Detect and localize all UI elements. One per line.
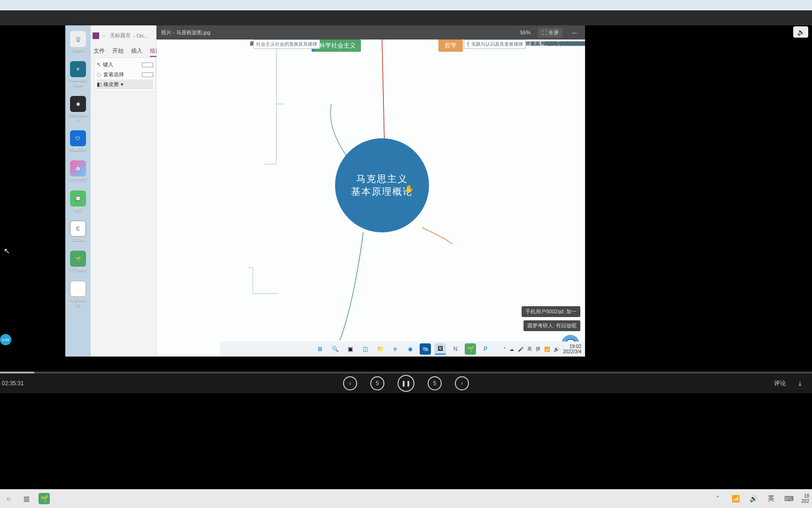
next-button[interactable]: › [455,376,469,390]
search-button[interactable]: 🔍 [329,343,341,355]
speaker-icon[interactable]: 🔈 [793,26,808,38]
photos-titlebar: 照片 - 马原框架图.jpg 55% ⛶ 全屏 — [156,25,585,40]
prev-button[interactable]: ‹ [343,376,357,390]
taskbar-center-apps: ⊞ 🔍 ▣ ◫ 📁 e ◉ 🛍 🖼 N 🌱 P [314,343,491,355]
store-button[interactable]: 🛍 [420,343,431,355]
hj-button[interactable]: 🌱 [465,343,476,355]
center-line1: 马克思主义 [356,173,408,185]
task-view-button[interactable]: ▣ [344,343,356,355]
tray-ime-lang[interactable]: 英 [527,346,532,352]
app1-button[interactable]: ◉ [405,343,416,355]
photos-title: 照片 - 马原框架图.jpg [161,29,211,36]
play-pause-button[interactable]: ❚❚ [398,375,414,392]
video-letterbox-top [0,10,812,25]
elapsed-time: 02:35:31 [2,380,24,387]
tray-onedrive-icon[interactable]: ☁ [509,347,514,352]
mouse-cursor-icon: ↖ [4,246,10,255]
tray-volume-icon[interactable]: 🔊 [554,347,559,352]
chat-bubble-2: 圆梦考研人: 有回放呢 [523,320,580,331]
tray-clock[interactable]: 19:02 2022/3/4 [563,344,581,354]
desktop-icon-software[interactable]: ✿软件管理 [68,160,88,182]
video-player-controls: 02:35:31 ‹ 5 ❚❚ 5 › 评论 ⤓ [0,373,812,393]
onenote-back-icon[interactable]: ← [102,33,107,39]
onenote-ribbon: 文件 开始 插入 绘图 [94,46,161,57]
node-scientific-socialism: 科学社会主义 [314,40,361,52]
hroot: 历史观基本问题 [524,40,562,48]
onenote-title-suffix: - On... [133,33,148,39]
outer-start-button[interactable]: ○ [3,493,14,504]
desktop-icon-obs[interactable]: ◉OBS Studio [68,96,88,122]
system-tray: ˄ ☁ 🎤 英 拼 📶 🔊 19:02 2022/3/4 [503,344,581,354]
center-line2: 基本原理概论 [351,185,413,198]
ribbon-tab-home[interactable]: 开始 [112,46,124,57]
edge-button[interactable]: e [390,343,401,355]
minimize-button[interactable]: — [568,30,580,35]
outer-ime-keyboard-icon[interactable]: ⌨ [783,493,795,504]
node-philosophy: 哲学 [438,40,463,52]
outer-tray-volume-icon[interactable]: 🔊 [748,493,759,504]
outer-taskview-button[interactable]: ▥ [21,493,32,504]
onenote-titlebar: ← 无标题页 - On... [93,32,148,39]
mindmap-center: 马克思主义 基本原理概论 [335,138,429,232]
outer-titlebar-strip [0,0,812,10]
fullscreen-button[interactable]: ⛶ 全屏 [538,28,562,38]
tray-network-icon[interactable]: 📶 [544,347,550,352]
tool-eraser[interactable]: ◧橡皮擦▾ [97,79,153,89]
node-soc-dev: 社会主义社会的发展及其规律 [253,40,320,49]
ribbon-tab-insert[interactable]: 插入 [131,46,142,57]
outer-ime-lang[interactable]: 英 [765,493,777,504]
comment-button[interactable]: 评论 [774,379,786,388]
hand-cursor-icon: ✋ [405,184,414,193]
desktop-icon-hjclass[interactable]: 🌱沪江网校 [68,251,88,272]
outer-taskbar[interactable]: ○ ▥ 🌱 ˄ 📶 🔊 英 ⌨ 18 202 [0,489,812,508]
desktop-icon-recycle-bin[interactable]: 🗑️回收站 [68,31,88,53]
forward-5-button[interactable]: 5 [428,376,442,390]
recording-timer-bubble[interactable]: 2:04 [0,334,11,345]
explorer-button[interactable]: 📁 [375,343,386,355]
outer-clock[interactable]: 18 202 [801,493,809,504]
desktop-icon-wechat[interactable]: 💬微信 [68,190,88,212]
tray-chevron-icon[interactable]: ˄ [503,347,506,352]
outer-app-hj[interactable]: 🌱 [39,493,50,504]
desktop-icon-image[interactable]: 🖼马原框架图 [68,281,88,307]
desktop-icons-column: 🗑️回收站 eMicrosoft Edge ◉OBS Studio 🛡电脑管家 … [65,25,91,357]
chat-bubble-1: 手机用户5002qd: 加一 [522,306,580,317]
download-icon[interactable]: ⤓ [797,380,803,387]
desktop-icon-edge[interactable]: eMicrosoft Edge [68,61,88,87]
photos-canvas[interactable]: 马克思主义 基本原理概论 资本主义的本质和规律 政治经济学 哲学 科学社会主义 … [156,40,585,357]
remote-desktop-view: 🗑️回收站 eMicrosoft Edge ◉OBS Studio 🛡电脑管家 … [65,25,585,357]
zoom-level: 55% [520,30,531,35]
tray-ime-mode[interactable]: 拼 [536,346,540,352]
tray-mic-icon[interactable]: 🎤 [518,347,523,352]
onenote-icon [93,32,99,39]
know-root: 实践与认识及其发展规律 [468,40,526,49]
ribbon-tab-file[interactable]: 文件 [94,46,105,57]
app-p-button[interactable]: P [480,343,491,355]
desktop-icon-pcmanager[interactable]: 🛡电脑管家 [68,130,88,152]
photos-button[interactable]: 🖼 [435,343,446,355]
onenote-page-title: 无标题页 [110,32,131,39]
start-button[interactable]: ⊞ [314,343,326,355]
tool-keyin[interactable]: ↖键入 [97,60,153,70]
desktop-icon-cctalk[interactable]: CCCtalk [68,221,88,242]
widgets-button[interactable]: ◫ [359,343,371,355]
onenote-button[interactable]: N [450,343,461,355]
h4: 经济基础与上层建筑 [561,40,585,48]
tool-lasso[interactable]: ◌套索选择 [97,70,153,79]
draw-tool-panel: ↖键入 ◌套索选择 ◧橡皮擦▾ [94,57,156,92]
outer-tray-network-icon[interactable]: 📶 [730,493,741,504]
outer-tray-chevron-icon[interactable]: ˄ [712,493,723,504]
rewind-5-button[interactable]: 5 [370,376,384,390]
inner-taskbar[interactable]: ⊞ 🔍 ▣ ◫ 📁 e ◉ 🛍 🖼 N 🌱 P ˄ ☁ 🎤 英 拼 📶 🔊 19… [220,341,585,357]
